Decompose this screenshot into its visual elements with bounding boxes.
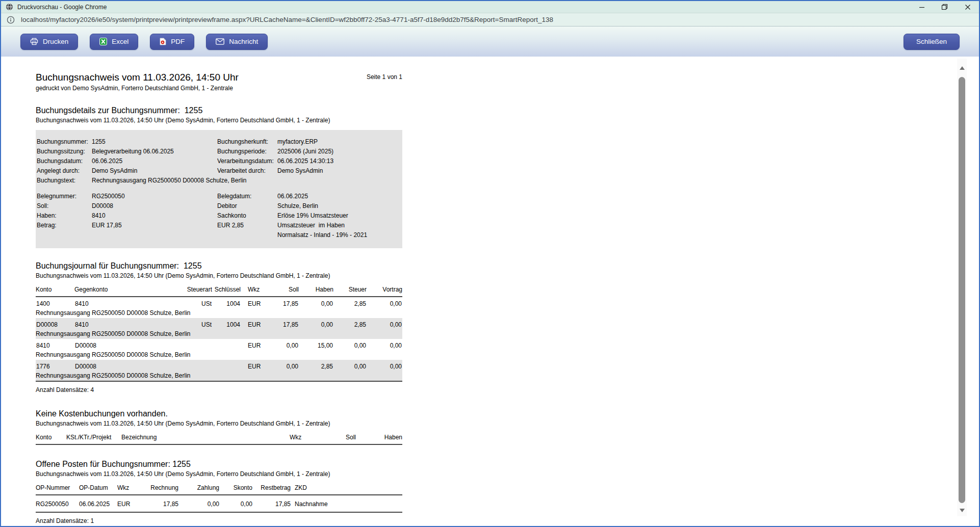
details-row: Buchungsnummer: 1255 Buchungsherkunft: m…: [37, 137, 402, 147]
detail-value: Demo SysAdmin: [277, 166, 402, 176]
col-bezeichnung: Bezeichnung: [121, 434, 290, 444]
detail-label: Buchungsdatum:: [37, 156, 92, 166]
cell-skonto: 0,00: [219, 495, 252, 512]
costs-subtitle: Buchungsnachweis vom 11.03.2026, 14:50 U…: [36, 420, 402, 428]
detail-label: Buchungssitzung:: [37, 147, 92, 156]
cell-vortrag: 0,00: [367, 360, 402, 371]
cell-steuer: 2,85: [333, 318, 367, 329]
cell-steuerart: [176, 360, 212, 371]
cell-steuer: 0,00: [333, 360, 367, 371]
cell-steuer: 0,00: [333, 339, 367, 350]
minimize-button[interactable]: [910, 1, 933, 13]
pdf-button-label: PDF: [171, 38, 185, 45]
excel-button-label: Excel: [112, 38, 128, 45]
cell-steuer: 2,85: [333, 297, 367, 308]
cell-gegenkonto: D00008: [74, 339, 176, 350]
details-spacer: [37, 186, 402, 192]
vertical-scrollbar[interactable]: [957, 59, 967, 516]
cell-buchungstext: Rechnungsausgang RG2500050 D00008 Schulz…: [36, 308, 402, 318]
cell-soll: 17,85: [262, 297, 299, 308]
cell-steuerart: USt: [176, 297, 212, 308]
col-op-nummer: OP-Nummer: [36, 484, 79, 495]
cell-soll: 0,00: [262, 360, 299, 371]
col-schluessel: Schlüssel: [212, 286, 241, 297]
close-window-button[interactable]: [956, 1, 979, 13]
cell-schluessel: 1004: [212, 297, 241, 308]
open-items-record-count: Anzahl Datensätze: 1: [36, 517, 402, 524]
details-heading: Buchungsdetails zur Buchungsnummer: 1255: [36, 106, 402, 115]
costs-table: Konto KSt./KTr./Projekt Bezeichnung Wkz …: [36, 434, 402, 445]
detail-value: Rechnungsausgang RG2500050 D00008 Schulz…: [92, 176, 402, 186]
details-row: Betrag: EUR 17,85 EUR 2,85 Umsatzsteuer …: [37, 221, 402, 230]
journal-heading: Buchungsjournal für Buchungsnummer: 1255: [36, 261, 402, 271]
cell-buchungstext: Rechnungsausgang RG2500050 D00008 Schulz…: [36, 350, 402, 360]
window-title: Druckvorschau - Google Chrome: [17, 4, 107, 11]
detail-value: Schulze, Berlin: [277, 201, 402, 211]
detail-value: 06.06.2025 14:30:13: [277, 156, 402, 166]
window-controls: [910, 1, 979, 13]
detail-label: Verarbeitet durch:: [217, 166, 277, 176]
detail-value: 06.06.2025: [92, 156, 217, 166]
col-konto: Konto: [36, 434, 66, 444]
journal-row-text: Rechnungsausgang RG2500050 D00008 Schulz…: [36, 308, 402, 318]
detail-value: 2025006 (Juni 2025): [277, 147, 402, 156]
cell-steuerart: [176, 339, 212, 350]
col-soll: Soll: [320, 434, 356, 444]
cell-rechnung: 17,85: [140, 495, 178, 512]
cell-vortrag: 0,00: [367, 297, 402, 308]
detail-value: Erlöse 19% Umsatzsteuer: [277, 211, 402, 221]
cell-gegenkonto: 8410: [74, 318, 176, 329]
open-items-subtitle: Buchungsnachweis vom 11.03.2026, 14:50 U…: [36, 470, 402, 478]
cell-konto: 1400: [36, 297, 74, 308]
report-title-row: Buchungsnachweis vom 11.03.2026, 14:50 U…: [36, 72, 402, 83]
col-gegenkonto: Gegenkonto: [74, 286, 176, 297]
detail-label: Verarbeitungsdatum:: [217, 156, 277, 166]
cell-konto: D00008: [36, 318, 74, 329]
excel-icon: [99, 38, 107, 45]
detail-value: 8410: [92, 211, 217, 221]
cell-wkz: EUR: [241, 318, 262, 329]
col-konto: Konto: [36, 286, 74, 297]
printed-by-line: gedruckt von Demo SysAdmin, Forterro Deu…: [36, 85, 402, 92]
detail-label: Soll:: [37, 201, 92, 211]
col-kst-ktr-projekt: KSt./KTr./Projekt: [66, 434, 121, 444]
scroll-up-icon[interactable]: [957, 62, 967, 74]
cell-restbetrag: 17,85: [252, 495, 291, 512]
details-row: Belegnummer: RG2500050 Belegdatum: 06.06…: [37, 192, 402, 201]
scroll-down-icon[interactable]: [957, 504, 967, 516]
journal-row-text: Rechnungsausgang RG2500050 D00008 Schulz…: [36, 329, 402, 339]
info-icon[interactable]: [7, 16, 15, 24]
scrollbar-thumb[interactable]: [959, 77, 965, 503]
message-button-label: Nachricht: [229, 38, 258, 45]
print-button[interactable]: Drucken: [20, 34, 78, 50]
tax-note: Normalsatz - Inland - 19% - 2021: [277, 230, 402, 240]
excel-button[interactable]: Excel: [90, 34, 138, 50]
col-soll: Soll: [262, 286, 299, 297]
col-vortrag: Vortrag: [367, 286, 402, 297]
open-items-table: OP-Nummer OP-Datum Wkz Rechnung Zahlung …: [36, 484, 402, 513]
col-wkz: Wkz: [290, 434, 320, 444]
restore-button[interactable]: [933, 1, 956, 13]
detail-value: EUR 17,85: [92, 221, 217, 230]
detail-value: Belegverarbeitung 06.06.2025: [92, 147, 217, 156]
journal-row-text: Rechnungsausgang RG2500050 D00008 Schulz…: [36, 350, 402, 360]
detail-value: Umsatzsteuer im Haben: [277, 221, 402, 230]
close-button[interactable]: Schließen: [904, 34, 960, 50]
detail-label: Debitor: [217, 201, 277, 211]
journal-row: 1400 8410 USt 1004 EUR 17,85 0,00 2,85 0…: [36, 297, 402, 308]
detail-value: 1255: [92, 137, 217, 147]
details-text-row: Buchungstext: Rechnungsausgang RG2500050…: [37, 176, 402, 186]
print-button-label: Drucken: [43, 38, 68, 45]
window-titlebar: Druckvorschau - Google Chrome: [1, 1, 979, 13]
message-button[interactable]: Nachricht: [206, 34, 268, 50]
page-url[interactable]: localhost/myfactory2026/ie50/system/prin…: [21, 16, 553, 23]
cell-gegenkonto: D00008: [74, 360, 176, 371]
costs-heading: Keine Kostenbuchungen vorhanden.: [36, 409, 402, 418]
report-title: Buchungsnachweis vom 11.03.2026, 14:50 U…: [36, 72, 239, 83]
journal-subtitle: Buchungsnachweis vom 11.03.2026, 14:50 U…: [36, 272, 402, 280]
detail-value: 06.06.2025: [277, 192, 402, 201]
cell-gegenkonto: 8410: [74, 297, 176, 308]
pdf-button[interactable]: PDF: [150, 34, 194, 50]
detail-label: Belegdatum:: [217, 192, 277, 201]
cell-soll: 0,00: [262, 339, 299, 350]
